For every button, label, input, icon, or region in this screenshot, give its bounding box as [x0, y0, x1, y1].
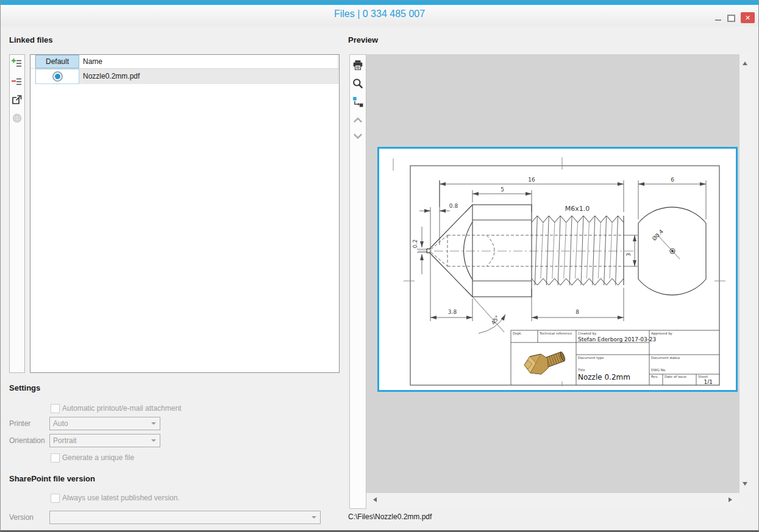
dim-bore-dia: 3	[625, 253, 632, 257]
tb-docstatus-label: Document status	[651, 356, 680, 360]
default-cell[interactable]	[35, 69, 79, 84]
tb-dateofissue-label: Date of issue	[665, 375, 687, 378]
column-header-name[interactable]: Name	[79, 55, 338, 68]
page-up-icon	[352, 115, 363, 126]
titlebar[interactable]: Files | 0 334 485 007	[1, 5, 758, 26]
dim-orifice-dia: Ø0.4	[651, 229, 665, 242]
chevron-down-icon	[151, 422, 156, 427]
nozzle-end-view	[638, 207, 706, 295]
dim-orifice-height: 0.2	[412, 239, 418, 248]
tb-dwgno-label: DWG No.	[651, 368, 666, 372]
always-latest-checkbox[interactable]	[51, 494, 60, 503]
sharepoint-heading: SharePoint file version	[9, 474, 95, 483]
open-file-icon	[12, 94, 23, 105]
remove-file-button[interactable]	[12, 76, 23, 87]
web-link-icon	[12, 113, 23, 124]
generate-unique-label: Generate a unique file	[62, 453, 134, 462]
window-title: Files | 0 334 485 007	[1, 9, 758, 20]
preview-canvas[interactable]: 16 5 6 0.8 0.2 3.8 8 45° 3 M6x1.0 Ø0.4	[366, 54, 739, 493]
name-cell[interactable]: Nozzle0.2mm.pdf	[79, 69, 338, 84]
add-file-button[interactable]	[12, 58, 23, 69]
dimension-lines	[417, 180, 706, 333]
scroll-left-icon[interactable]	[371, 497, 377, 502]
chevron-down-icon	[151, 439, 156, 444]
dim-tip-flat: 0.8	[449, 203, 458, 209]
drawing-frame	[393, 157, 725, 386]
printer-dropdown[interactable]: Auto	[49, 417, 160, 430]
print-icon	[352, 60, 363, 71]
nozzle-side-view	[427, 205, 624, 297]
automatic-printout-checkbox[interactable]	[51, 404, 60, 413]
zoom-button[interactable]	[352, 78, 363, 89]
titlebar-accent	[1, 1, 758, 5]
printer-label: Printer	[9, 419, 30, 428]
always-latest-label: Always use latest published version.	[62, 494, 180, 502]
table-header: Default Name	[30, 55, 339, 69]
tb-techref-label: Technical reference	[539, 332, 572, 335]
page-up-button[interactable]	[352, 115, 363, 126]
fit-to-size-icon	[352, 96, 363, 107]
dim-end-width: 6	[671, 177, 674, 183]
tb-doctype-label: Document type	[578, 356, 604, 360]
preview-toolbar	[349, 54, 366, 509]
dim-overall-length: 16	[528, 177, 535, 183]
orientation-label: Orientation	[9, 436, 45, 445]
page-down-button[interactable]	[352, 130, 363, 141]
automatic-printout-label: Automatic printout/e-mail attachment	[62, 404, 181, 413]
hidden-bore-lines	[431, 235, 625, 266]
table-row[interactable]: Nozzle0.2mm.pdf	[30, 69, 339, 84]
preview-heading: Preview	[348, 35, 378, 44]
scroll-right-icon[interactable]	[729, 497, 735, 502]
page-down-icon	[352, 130, 363, 141]
tb-rev-label: Rev.	[651, 375, 658, 378]
chevron-down-icon	[312, 516, 316, 521]
pdf-page-selected[interactable]: 16 5 6 0.8 0.2 3.8 8 45° 3 M6x1.0 Ø0.4	[377, 147, 738, 392]
default-radio[interactable]	[52, 71, 63, 82]
remove-file-icon	[12, 76, 23, 87]
tb-title-label: Title	[577, 368, 585, 372]
technical-drawing: 16 5 6 0.8 0.2 3.8 8 45° 3 M6x1.0 Ø0.4	[379, 149, 732, 386]
orientation-value: Portrait	[53, 436, 77, 445]
dim-head-length: 5	[501, 186, 504, 193]
close-button[interactable]: ✕	[741, 12, 755, 23]
web-link-button[interactable]	[12, 113, 23, 124]
open-file-button[interactable]	[12, 94, 23, 105]
nozzle-3d-thumbnail	[524, 352, 566, 374]
print-button[interactable]	[352, 60, 363, 71]
tb-approvedby-label: Approved by	[651, 332, 673, 336]
linked-files-heading: Linked files	[9, 35, 53, 44]
linked-files-toolbar	[9, 54, 25, 373]
title-block: Dept. Technical reference Created by App…	[511, 330, 719, 385]
minimize-button[interactable]	[715, 20, 721, 21]
tb-createdby-label: Created by	[578, 332, 597, 336]
scroll-down-icon[interactable]	[743, 482, 747, 488]
dim-thread-length: 8	[575, 309, 579, 315]
version-label: Version	[9, 513, 34, 522]
file-path-text: C:\Files\Nozzle0.2mm.pdf	[348, 512, 432, 521]
version-dropdown[interactable]	[49, 511, 321, 524]
tb-sheet-label: Sheet	[698, 375, 708, 378]
horizontal-scrollbar[interactable]	[366, 493, 739, 508]
scroll-up-icon[interactable]	[743, 59, 747, 65]
tb-createdby-value: Stefan Ederborg 2017-03-23	[578, 336, 656, 342]
tb-sheet-value: 1/1	[704, 379, 713, 385]
zoom-icon	[352, 78, 363, 89]
printer-value: Auto	[53, 419, 68, 428]
column-header-default[interactable]: Default	[35, 55, 79, 68]
add-file-icon	[12, 58, 23, 69]
dim-tip-angle: 45°	[490, 314, 501, 326]
thread-spec-label: M6x1.0	[565, 205, 590, 213]
generate-unique-checkbox[interactable]	[51, 453, 60, 463]
linked-files-table: Default Name Nozzle0.2mm.pdf	[30, 54, 340, 373]
fit-to-size-button[interactable]	[352, 96, 363, 107]
files-dialog: Files | 0 334 485 007 ✕ Linked files	[0, 0, 759, 532]
tb-title-value: Nozzle 0.2mm	[578, 373, 630, 381]
orientation-dropdown[interactable]: Portrait	[49, 434, 160, 447]
settings-heading: Settings	[9, 383, 40, 392]
dim-tip-length: 3.8	[448, 309, 457, 315]
row-selector-gutter	[30, 55, 35, 68]
maximize-button[interactable]	[727, 15, 735, 22]
vertical-scrollbar[interactable]	[739, 54, 751, 493]
row-selector-cell[interactable]	[30, 69, 35, 84]
tb-dept-label: Dept.	[513, 332, 522, 336]
